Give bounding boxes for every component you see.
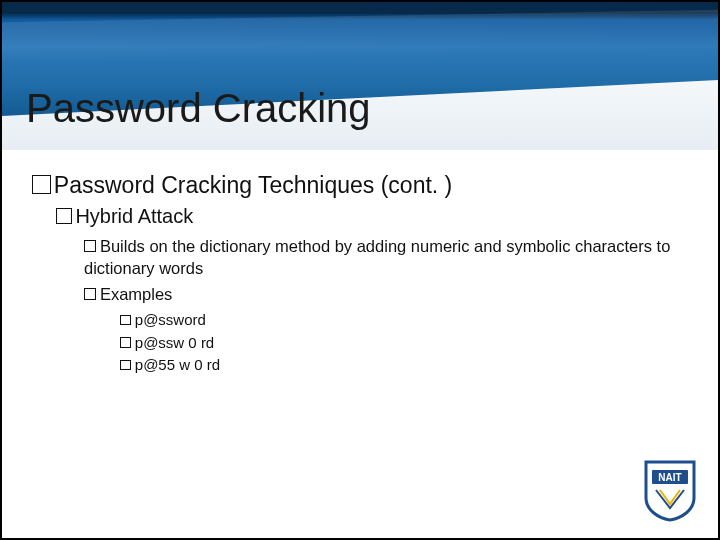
example-0: p@ssword bbox=[135, 311, 206, 328]
example-1: p@ssw 0 rd bbox=[135, 334, 214, 351]
example-2: p@55 w 0 rd bbox=[135, 356, 220, 373]
bullet-level-4: p@ssw 0 rd bbox=[120, 332, 678, 355]
bullet-l2-text: Hybrid Attack bbox=[75, 205, 193, 227]
bullet-box-icon bbox=[84, 240, 96, 252]
bullet-box-icon bbox=[120, 315, 131, 326]
bullet-box-icon bbox=[56, 208, 72, 224]
bullet-level-3: Builds on the dictionary method by addin… bbox=[84, 236, 678, 280]
slide-body: Password Cracking Techniques (cont. ) Hy… bbox=[2, 150, 718, 377]
bullet-l3b-text: Examples bbox=[100, 285, 172, 303]
logo-text: NAIT bbox=[658, 472, 681, 483]
bullet-l1-text: Password Cracking Techniques (cont. ) bbox=[54, 172, 452, 198]
bullet-box-icon bbox=[32, 175, 51, 194]
bullet-box-icon bbox=[120, 337, 131, 348]
bullet-level-1: Password Cracking Techniques (cont. ) bbox=[32, 172, 678, 199]
slide-header: Password Cracking bbox=[2, 2, 718, 150]
bullet-l3a-text: Builds on the dictionary method by addin… bbox=[84, 237, 670, 277]
bullet-level-2: Hybrid Attack bbox=[56, 205, 678, 228]
bullet-box-icon bbox=[84, 288, 96, 300]
bullet-level-4: p@ssword bbox=[120, 309, 678, 332]
bullet-box-icon bbox=[120, 360, 131, 371]
slide-title: Password Cracking bbox=[26, 86, 371, 131]
bullet-level-4: p@55 w 0 rd bbox=[120, 354, 678, 377]
nait-logo: NAIT bbox=[642, 460, 698, 522]
bullet-level-3: Examples bbox=[84, 284, 678, 306]
